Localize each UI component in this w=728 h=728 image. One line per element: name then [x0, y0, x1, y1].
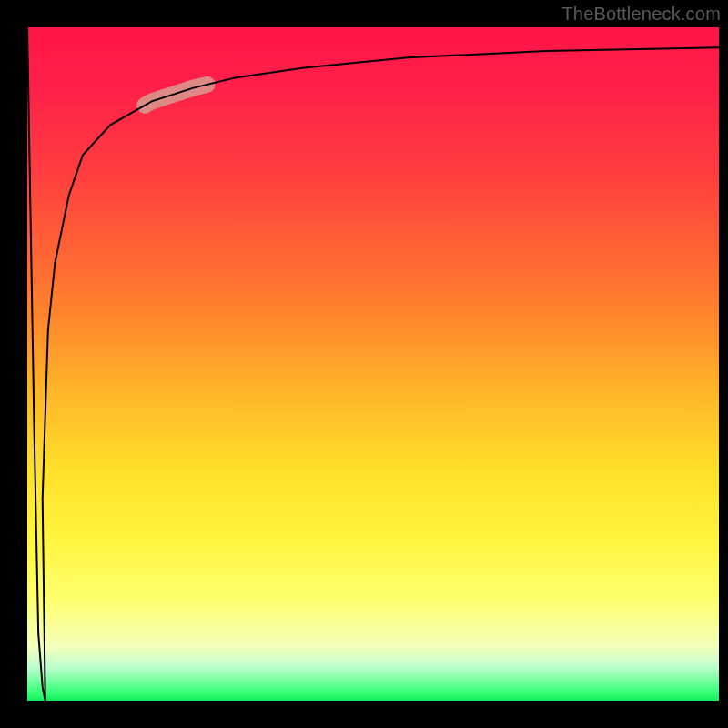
watermark-text: TheBottleneck.com — [561, 4, 721, 25]
plot-area — [27, 27, 719, 701]
chart-container: TheBottleneck.com — [0, 0, 728, 728]
curve-layer — [27, 27, 719, 701]
bottleneck-curve — [27, 27, 719, 701]
